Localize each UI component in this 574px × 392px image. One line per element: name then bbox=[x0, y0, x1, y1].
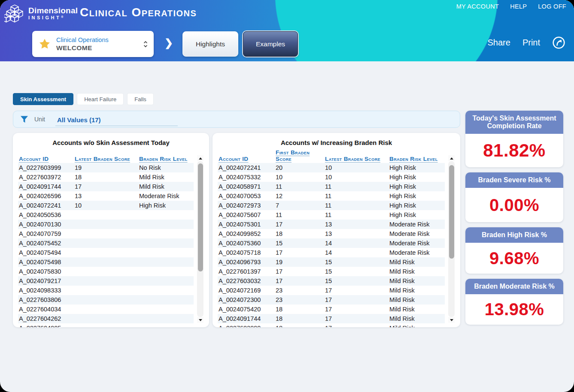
kpi-braden-severe-risk: Braden Severe Risk % 0.00% bbox=[465, 172, 563, 222]
table-row[interactable]: A_00240754201817Mild Risk bbox=[218, 305, 445, 314]
column-header[interactable]: First Braden Score bbox=[276, 149, 325, 162]
top-navigation: MY ACCOUNT HELP LOG OFF bbox=[456, 3, 566, 10]
table-cell: 10 bbox=[325, 164, 389, 171]
tab-skin-assessment[interactable]: Skin Assessment bbox=[13, 93, 73, 105]
table-row[interactable]: A_002402659613Moderate Risk bbox=[18, 191, 194, 201]
table-row[interactable]: A_0024075452 bbox=[18, 238, 194, 248]
table-row[interactable]: A_0024075498 bbox=[18, 257, 194, 267]
table-cell: A_0024072241 bbox=[218, 164, 276, 171]
vertical-scrollbar[interactable] bbox=[197, 155, 203, 323]
table-row[interactable]: A_022760399919No Risk bbox=[18, 163, 194, 172]
tab-falls[interactable]: Falls bbox=[127, 93, 153, 105]
page-title: Clinical Operations bbox=[80, 6, 197, 19]
table-cell: A_0024050536 bbox=[18, 211, 75, 218]
table-cell: 11 bbox=[325, 183, 389, 190]
table-title: Accounts w/ Increasing Braden Risk bbox=[213, 139, 460, 148]
table-row[interactable]: A_00240967931915Mild Risk bbox=[218, 257, 445, 267]
kpi-value: 13.98% bbox=[465, 294, 563, 325]
open-external-button[interactable] bbox=[552, 36, 565, 49]
table-row[interactable]: A_0024072973711High Risk bbox=[218, 201, 445, 210]
help-link[interactable]: HELP bbox=[510, 3, 527, 10]
table-row[interactable]: A_0024075830 bbox=[18, 267, 194, 276]
table-cell: 23 bbox=[276, 296, 325, 303]
table-cell: A_0227601397 bbox=[218, 268, 276, 275]
my-account-link[interactable]: MY ACCOUNT bbox=[456, 3, 499, 10]
vertical-scrollbar[interactable] bbox=[448, 155, 455, 323]
table-header-row: Account IDFirst Braden ScoreLatest Brade… bbox=[218, 152, 445, 162]
table-row[interactable]: A_02276013971715Mild Risk bbox=[218, 267, 445, 276]
table-row[interactable]: A_0227604034 bbox=[18, 305, 194, 314]
scrollbar-thumb[interactable] bbox=[198, 163, 203, 271]
table-row[interactable]: A_0024070130 bbox=[18, 220, 194, 229]
table-row[interactable]: A_00240757181714Moderate Risk bbox=[218, 248, 445, 257]
table-row[interactable]: A_0024079217 bbox=[18, 276, 194, 286]
table-row[interactable]: A_0024050536 bbox=[18, 210, 194, 220]
table-row[interactable]: A_00240756071111High Risk bbox=[218, 210, 445, 220]
table-row[interactable]: A_00240589711111High Risk bbox=[218, 182, 445, 191]
unit-filter-value-dropdown[interactable]: All Values (17) bbox=[55, 116, 178, 126]
table-row[interactable]: A_00240753011713Moderate Risk bbox=[218, 220, 445, 229]
table-cell: Moderate Risk bbox=[389, 221, 445, 228]
chevron-right-icon: ❯ bbox=[164, 37, 173, 49]
kpi-title: Braden Moderate Risk % bbox=[465, 279, 563, 294]
highlights-button[interactable]: Highlights bbox=[182, 31, 238, 57]
table-cell: 20 bbox=[276, 164, 325, 171]
table-row[interactable]: A_00240753601514Moderate Risk bbox=[218, 238, 445, 248]
table-row[interactable]: A_00240753321010High Risk bbox=[218, 172, 445, 182]
column-header[interactable]: Braden Risk Level bbox=[139, 156, 194, 162]
scrollbar-track[interactable] bbox=[448, 161, 455, 317]
column-header[interactable]: Latest Braden Score bbox=[75, 156, 139, 162]
table-row[interactable]: A_0024075494 bbox=[18, 248, 194, 257]
kpi-column: Today's Skin Assessment Completion Rate … bbox=[465, 111, 563, 325]
table-row[interactable]: A_0227603806 bbox=[18, 295, 194, 305]
table-row[interactable]: A_002409174417Mild Risk bbox=[18, 182, 194, 191]
filter-funnel-icon[interactable] bbox=[20, 115, 28, 124]
table-row[interactable]: A_0024070759 bbox=[18, 229, 194, 238]
table-cell: Mild Risk bbox=[389, 277, 445, 284]
table-cell: A_0024072169 bbox=[218, 287, 276, 294]
table-row[interactable]: A_02276039991817Mild Risk bbox=[218, 323, 445, 327]
table-cell: High Risk bbox=[389, 211, 445, 218]
table-row[interactable]: A_00240723002317Mild Risk bbox=[218, 295, 445, 305]
dashboard-selector-dropdown[interactable]: Clinical Operations WELCOME bbox=[32, 31, 154, 57]
table-cell: A_0024075360 bbox=[218, 240, 276, 247]
tab-heart-failure[interactable]: Heart Failure bbox=[77, 93, 124, 105]
table-row[interactable]: A_002407224110High Risk bbox=[18, 201, 194, 210]
column-header[interactable]: Latest Braden Score bbox=[325, 156, 389, 162]
share-button[interactable]: Share bbox=[488, 38, 510, 48]
column-header[interactable]: Braden Risk Level bbox=[389, 156, 445, 162]
table-row[interactable]: A_0227604905 bbox=[18, 323, 194, 327]
table-row[interactable]: A_022760397218Mild Risk bbox=[18, 172, 194, 182]
scroll-down-button[interactable] bbox=[197, 317, 203, 323]
table-cell: A_0024075301 bbox=[218, 221, 276, 228]
table-cell: 13 bbox=[75, 193, 139, 199]
table-cell: No Risk bbox=[139, 164, 194, 171]
log-off-link[interactable]: LOG OFF bbox=[538, 3, 566, 10]
examples-button[interactable]: Examples bbox=[243, 31, 298, 57]
table-cell: 18 bbox=[276, 230, 325, 237]
table-row[interactable]: A_02276030321715Mild Risk bbox=[218, 276, 445, 286]
scrollbar-track[interactable] bbox=[197, 161, 203, 317]
table-row[interactable]: A_00240722412010High Risk bbox=[218, 163, 445, 172]
table-cell: 7 bbox=[276, 202, 325, 209]
table-row[interactable]: A_00240998521813Moderate Risk bbox=[218, 229, 445, 238]
table-cell: A_0024075498 bbox=[18, 259, 75, 265]
table-row[interactable]: A_00240917441817Mild Risk bbox=[218, 314, 445, 323]
table-row[interactable]: A_00240721692317Mild Risk bbox=[218, 286, 445, 295]
table-cell: A_0024072300 bbox=[218, 296, 276, 303]
table-cell: 10 bbox=[75, 202, 139, 209]
table-row[interactable]: A_0024098333 bbox=[18, 286, 194, 295]
table-cell: Moderate Risk bbox=[389, 240, 445, 247]
scroll-up-button[interactable] bbox=[197, 155, 203, 161]
column-header[interactable]: Account ID bbox=[218, 156, 276, 162]
print-button[interactable]: Print bbox=[522, 38, 540, 48]
brand-name: Dimensional bbox=[28, 6, 78, 15]
table-cell: 19 bbox=[75, 164, 139, 171]
scroll-up-button[interactable] bbox=[448, 155, 455, 161]
table-row[interactable]: A_00240700531211High Risk bbox=[218, 191, 445, 201]
column-header[interactable]: Account ID bbox=[18, 156, 75, 162]
selector-dashboard-name: Clinical Operations bbox=[56, 36, 143, 44]
scroll-down-button[interactable] bbox=[448, 317, 455, 323]
scrollbar-thumb[interactable] bbox=[449, 165, 454, 259]
table-row[interactable]: A_0227604262 bbox=[18, 314, 194, 323]
